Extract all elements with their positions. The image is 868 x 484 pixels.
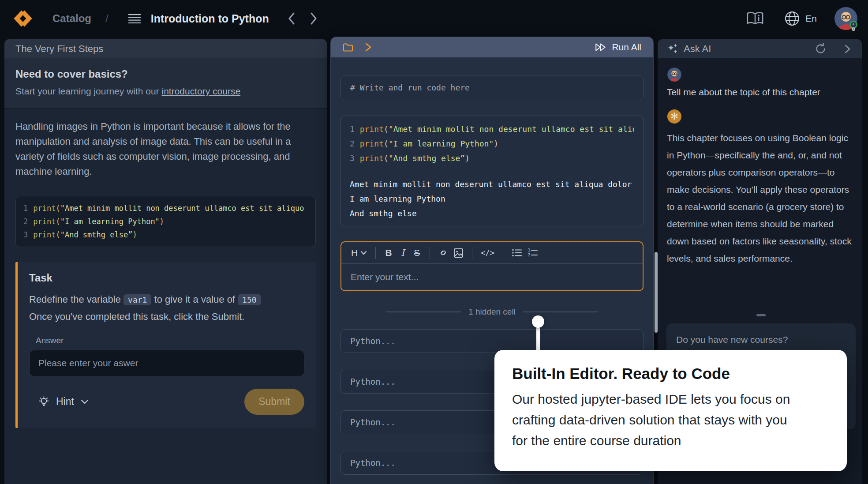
bold-button[interactable]: B bbox=[382, 245, 396, 260]
code-cell[interactable]: 1print("Amet minim mollit non deserunt u… bbox=[340, 116, 644, 226]
user-message-avatar bbox=[667, 67, 682, 82]
strikethrough-button[interactable]: S bbox=[410, 245, 424, 260]
prev-chapter-button[interactable] bbox=[285, 11, 298, 26]
hint-button[interactable]: Hint bbox=[35, 395, 92, 408]
italic-button[interactable]: I bbox=[396, 245, 410, 260]
expand-sidebar-button[interactable] bbox=[362, 42, 374, 53]
user-avatar[interactable]: 1 bbox=[834, 6, 858, 31]
chat-thread: Tell me about the topic of this chapter … bbox=[658, 58, 862, 267]
ai-avatar-wrap: ✻ bbox=[667, 109, 857, 124]
link-button[interactable] bbox=[436, 245, 451, 260]
code-line: 1print("Amet minim mollit non deserunt u… bbox=[23, 202, 308, 215]
heading-label: H bbox=[351, 248, 358, 258]
toolbar-divider bbox=[375, 247, 376, 259]
introductory-course-link[interactable]: introductory course bbox=[162, 86, 241, 96]
tour-anchor-dot[interactable] bbox=[532, 315, 544, 328]
vertical-scrollbar[interactable] bbox=[655, 252, 658, 333]
callout-text: Start your learning journey with our int… bbox=[15, 86, 316, 97]
link-icon bbox=[438, 248, 448, 258]
chevron-down-icon bbox=[360, 251, 367, 255]
resize-handle[interactable] bbox=[756, 314, 766, 316]
tooltip-body: Our hosted jupyter-based IDE lets you fo… bbox=[512, 389, 805, 451]
task-title: Task bbox=[29, 272, 304, 284]
collapsed-cell[interactable]: Python... bbox=[340, 329, 644, 353]
task-instruction-line1: Redefine the variable var1 to give it a … bbox=[29, 291, 304, 308]
reset-chat-button[interactable] bbox=[812, 42, 829, 55]
globe-icon bbox=[784, 11, 800, 26]
image-button[interactable] bbox=[451, 245, 466, 260]
docs-button[interactable] bbox=[744, 11, 767, 26]
toolbar-divider bbox=[430, 247, 430, 259]
brand-logo-icon bbox=[13, 9, 33, 28]
numbered-list-button[interactable]: 1 2 bbox=[525, 245, 541, 260]
lesson-panel: The Very First Steps Need to cover basic… bbox=[4, 39, 327, 484]
output-line: Amet minim mollit non deserunt ullamco e… bbox=[350, 177, 634, 191]
inline-code-var1: var1 bbox=[123, 294, 151, 305]
code-cell-output: Amet minim mollit non deserunt ullamco e… bbox=[341, 171, 643, 226]
code-format-button[interactable]: </> bbox=[478, 245, 497, 260]
brand-logo[interactable] bbox=[10, 9, 36, 28]
refresh-icon bbox=[815, 43, 827, 55]
chevron-right-icon bbox=[844, 44, 851, 54]
submit-button[interactable]: Submit bbox=[244, 389, 304, 415]
editor-header: Run All bbox=[331, 37, 653, 57]
run-all-label: Run All bbox=[612, 42, 641, 53]
list-icon bbox=[128, 13, 141, 24]
chevron-down-icon bbox=[80, 399, 89, 405]
next-chapter-button[interactable] bbox=[307, 11, 320, 26]
book-icon bbox=[746, 11, 764, 26]
run-all-icon bbox=[595, 42, 607, 52]
answer-label: Answer bbox=[36, 336, 304, 345]
image-icon bbox=[453, 248, 464, 258]
lesson-header: The Very First Steps bbox=[4, 39, 327, 58]
heading-button[interactable]: H bbox=[348, 245, 370, 260]
output-line: I am learning Python bbox=[350, 191, 634, 206]
svg-text:1: 1 bbox=[853, 27, 854, 31]
divider-line bbox=[523, 311, 598, 312]
code-line: 2print("I am learning Python") bbox=[23, 215, 308, 228]
tour-tooltip: Built-In Editor. Ready to Code Our hoste… bbox=[494, 350, 847, 471]
collapse-panel-button[interactable] bbox=[842, 43, 853, 55]
lesson-title: The Very First Steps bbox=[15, 43, 103, 55]
chevron-left-icon bbox=[288, 12, 296, 25]
task-text: to give it a value of bbox=[154, 294, 235, 305]
chevron-right-icon bbox=[365, 42, 372, 52]
lesson-body: Handling images in Python is important b… bbox=[4, 109, 327, 428]
avatar-image: 1 bbox=[834, 6, 858, 31]
markdown-text-input[interactable] bbox=[341, 264, 643, 290]
user-message: Tell me about the topic of this chapter bbox=[667, 87, 857, 98]
answer-input[interactable] bbox=[29, 350, 304, 376]
output-line: And smthg else bbox=[350, 206, 634, 221]
hint-label: Hint bbox=[56, 396, 74, 408]
hidden-cell-label: 1 hidden cell bbox=[468, 307, 516, 317]
lesson-paragraph: Handling images in Python is important b… bbox=[15, 119, 316, 179]
ask-ai-title: Ask AI bbox=[684, 43, 711, 55]
hidden-cell-divider[interactable]: 1 hidden cell bbox=[340, 307, 644, 317]
bullet-list-button[interactable] bbox=[509, 245, 525, 260]
bullet-list-icon bbox=[512, 248, 522, 257]
files-button[interactable] bbox=[340, 42, 356, 53]
callout-text-prefix: Start your learning journey with our bbox=[15, 86, 162, 96]
chapter-list-button[interactable] bbox=[125, 13, 144, 24]
run-all-button[interactable]: Run All bbox=[592, 41, 644, 53]
svg-text:2: 2 bbox=[528, 253, 530, 257]
numbered-list-icon: 1 2 bbox=[528, 248, 538, 257]
tooltip-title: Built-In Editor. Ready to Code bbox=[512, 365, 829, 383]
code-cell-source[interactable]: 1print("Amet minim mollit non deserunt u… bbox=[341, 116, 643, 171]
language-switcher[interactable]: En bbox=[782, 10, 819, 27]
ask-ai-header: Ask AI bbox=[658, 39, 862, 58]
task-text: Redefine the variable bbox=[29, 294, 121, 305]
topbar-actions: En 1 bbox=[744, 6, 858, 31]
markdown-editor[interactable]: H B I S bbox=[340, 241, 644, 291]
code-line: 1print("Amet minim mollit non deserunt u… bbox=[350, 122, 634, 136]
svg-text:1: 1 bbox=[528, 248, 530, 252]
chevron-right-icon bbox=[310, 12, 318, 25]
scratch-code-cell[interactable]: # Write and run code here bbox=[340, 75, 644, 100]
code-line: 3print("And smthg else”) bbox=[350, 151, 634, 165]
basics-callout: Need to cover basics? Start your learnin… bbox=[4, 58, 327, 109]
breadcrumb-catalog[interactable]: Catalog bbox=[50, 12, 94, 25]
ai-assistant-avatar: ✻ bbox=[667, 109, 682, 124]
language-label: En bbox=[805, 13, 817, 24]
task-card: Task Redefine the variable var1 to give … bbox=[15, 262, 316, 428]
ai-response-message: This chapter focuses on using Boolean lo… bbox=[667, 129, 857, 267]
